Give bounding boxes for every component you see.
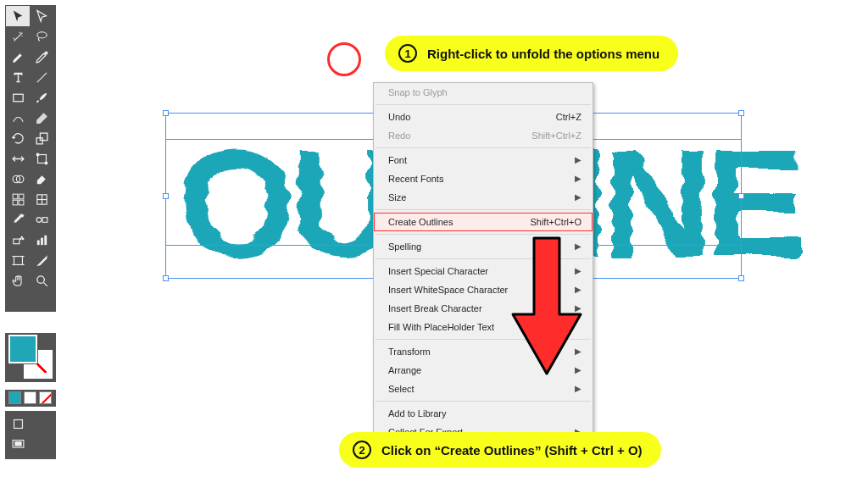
column-graph-tool[interactable]: [30, 230, 53, 250]
pen-tool[interactable]: [6, 47, 30, 67]
context-menu-item[interactable]: Create OutlinesShift+Ctrl+O: [374, 213, 593, 231]
svg-rect-34: [14, 419, 22, 428]
paintbrush-tool[interactable]: [30, 87, 53, 108]
svg-line-33: [43, 282, 47, 286]
blend-tool[interactable]: [30, 209, 53, 230]
mesh-tool[interactable]: [30, 189, 53, 209]
submenu-arrow-icon: ▶: [575, 155, 581, 165]
context-menu-shortcut: Shift+Ctrl+O: [530, 217, 581, 227]
eraser-tool[interactable]: [30, 108, 53, 128]
artboard-tool[interactable]: [6, 250, 30, 270]
svg-rect-27: [14, 256, 22, 264]
svg-rect-20: [13, 239, 19, 244]
callout-text: Right-click to unfold the options menu: [427, 47, 659, 61]
line-tool[interactable]: [30, 67, 53, 87]
screen-mode-row: [5, 411, 56, 459]
svg-rect-26: [44, 235, 47, 244]
context-menu-item[interactable]: Select▶: [374, 380, 593, 398]
svg-rect-14: [19, 200, 24, 205]
context-menu-shortcut: Ctrl+Z: [556, 112, 581, 122]
perspective-tool[interactable]: [6, 189, 30, 209]
zoom-tool[interactable]: [30, 270, 53, 291]
context-menu-label: Snap to Glyph: [388, 87, 448, 97]
rotate-tool[interactable]: [6, 128, 30, 148]
curvature-tool[interactable]: [30, 47, 53, 67]
free-transform-tool[interactable]: [30, 148, 53, 169]
selection-tool[interactable]: [6, 6, 30, 26]
gradient-swatch[interactable]: [24, 391, 36, 404]
svg-point-18: [36, 217, 42, 222]
svg-point-1: [45, 52, 47, 54]
annotation-circle: [327, 42, 361, 76]
scale-tool[interactable]: [30, 128, 53, 148]
context-menu-label: Insert Special Character: [388, 266, 488, 276]
selection-handle[interactable]: [163, 193, 169, 199]
context-menu-label: Insert Break Character: [388, 303, 482, 313]
fill-color-swatch[interactable]: [8, 335, 37, 363]
context-menu-label: Redo: [388, 130, 410, 141]
svg-rect-11: [13, 194, 18, 199]
magic-wand-tool[interactable]: [6, 26, 30, 47]
context-menu-label: Add to Library: [388, 408, 446, 419]
selection-handle[interactable]: [163, 275, 169, 281]
lasso-tool[interactable]: [30, 26, 53, 47]
context-menu-label: Size: [388, 192, 406, 202]
width-tool[interactable]: [6, 148, 30, 169]
callout-text: Click on “Create Outlines” (Shift + Ctrl…: [381, 443, 643, 458]
svg-rect-24: [36, 240, 39, 245]
context-menu-item[interactable]: Font▶: [374, 151, 593, 169]
context-menu-item[interactable]: Recent Fonts▶: [374, 169, 593, 188]
svg-line-2: [36, 72, 46, 81]
callout-number: 2: [353, 441, 371, 459]
svg-rect-13: [13, 200, 18, 205]
live-paint-tool[interactable]: [30, 169, 53, 189]
color-mode-row: [5, 390, 56, 407]
direct-selection-tool[interactable]: [30, 6, 53, 26]
submenu-arrow-icon: ▶: [575, 192, 581, 202]
draw-mode-icon[interactable]: [6, 413, 30, 434]
eyedropper-tool[interactable]: [6, 209, 30, 230]
shape-builder-tool[interactable]: [6, 169, 30, 189]
context-menu-separator: [376, 209, 591, 210]
submenu-arrow-icon: ▶: [575, 174, 581, 184]
svg-point-0: [36, 31, 46, 37]
callout-step-2: 2 Click on “Create Outlines” (Shift + Ct…: [339, 432, 661, 468]
context-menu-item: RedoShift+Ctrl+Z: [374, 126, 593, 145]
selection-handle[interactable]: [163, 110, 169, 116]
callout-step-1: 1 Right-click to unfold the options menu: [385, 36, 678, 71]
svg-rect-6: [37, 154, 46, 163]
svg-rect-5: [40, 133, 47, 141]
context-menu-item[interactable]: UndoCtrl+Z: [374, 108, 593, 126]
context-menu-label: Transform: [388, 347, 431, 357]
symbol-sprayer-tool[interactable]: [6, 230, 30, 250]
spacer2: [30, 434, 53, 454]
context-menu-item[interactable]: Add to Library: [374, 404, 593, 423]
context-menu-separator: [376, 147, 591, 148]
context-menu-separator: [376, 401, 591, 402]
fill-stroke-indicator[interactable]: [5, 333, 56, 382]
type-tool[interactable]: [6, 67, 30, 87]
submenu-arrow-icon: ▶: [575, 384, 581, 394]
svg-point-7: [36, 153, 39, 156]
context-menu-shortcut: Shift+Ctrl+Z: [531, 130, 581, 141]
context-menu-item[interactable]: Size▶: [374, 188, 593, 207]
hand-tool[interactable]: [6, 270, 30, 291]
tools-panel: [5, 5, 56, 312]
selection-handle[interactable]: [738, 110, 744, 116]
context-menu-label: Recent Fonts: [388, 174, 443, 184]
selection-handle[interactable]: [738, 275, 744, 281]
screen-mode-icon[interactable]: [6, 434, 30, 454]
annotation-arrow: [509, 234, 585, 378]
context-menu-label: Spelling: [388, 241, 421, 252]
svg-point-8: [45, 162, 47, 164]
selection-handle[interactable]: [738, 193, 744, 199]
shaper-tool[interactable]: [6, 108, 30, 128]
context-menu-label: Undo: [388, 112, 410, 122]
slice-tool[interactable]: [30, 250, 53, 270]
context-menu-label: Select: [388, 384, 415, 394]
color-swatch[interactable]: [8, 391, 21, 404]
none-swatch[interactable]: [39, 391, 52, 404]
context-menu-label: Insert WhiteSpace Character: [388, 285, 508, 295]
rectangle-tool[interactable]: [6, 87, 30, 108]
svg-rect-3: [13, 94, 22, 102]
